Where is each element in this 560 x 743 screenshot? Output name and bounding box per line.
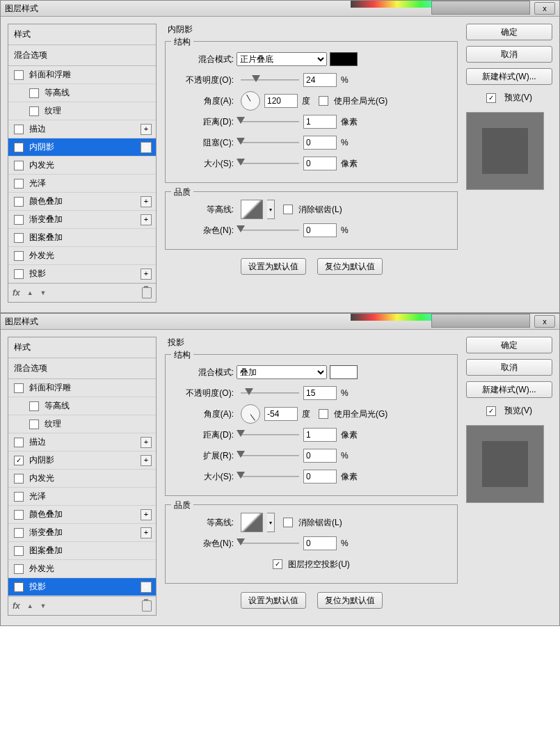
style-item[interactable]: 等高线 — [8, 84, 156, 102]
style-item[interactable]: 纹理 — [8, 415, 156, 433]
distance-slider[interactable] — [241, 430, 299, 440]
add-effect-icon[interactable]: + — [141, 196, 152, 207]
style-checkbox[interactable] — [14, 510, 24, 520]
styles-header[interactable]: 样式 — [8, 24, 156, 45]
style-checkbox[interactable] — [14, 456, 24, 465]
knockout-checkbox[interactable] — [273, 559, 282, 569]
style-item[interactable]: 描边+ — [8, 120, 156, 138]
titlebar[interactable]: 图层样式x — [1, 1, 559, 17]
angle-input[interactable] — [264, 407, 298, 421]
blending-options-header[interactable]: 混合选项 — [8, 358, 156, 379]
style-item[interactable]: 渐变叠加+ — [8, 211, 156, 229]
style-item[interactable]: 纹理 — [8, 102, 156, 120]
opacity-slider[interactable] — [241, 388, 299, 398]
trash-icon[interactable] — [142, 287, 152, 298]
style-checkbox[interactable] — [14, 492, 24, 502]
style-item[interactable]: 斜面和浮雕 — [8, 379, 156, 397]
style-checkbox[interactable] — [14, 233, 24, 243]
style-checkbox[interactable] — [14, 125, 24, 134]
style-item[interactable]: 光泽 — [8, 488, 156, 506]
style-checkbox[interactable] — [14, 564, 24, 574]
distance-slider[interactable] — [241, 117, 299, 127]
preview-checkbox[interactable] — [486, 93, 496, 103]
add-effect-icon[interactable]: + — [141, 124, 152, 135]
contour-picker[interactable] — [241, 513, 263, 532]
noise-input[interactable] — [303, 223, 337, 237]
cancel-button[interactable]: 取消 — [466, 359, 552, 376]
style-checkbox[interactable] — [14, 197, 24, 207]
add-effect-icon[interactable]: + — [141, 214, 152, 225]
style-checkbox[interactable] — [14, 528, 24, 538]
new-style-button[interactable]: 新建样式(W)... — [466, 381, 552, 398]
angle-dial[interactable] — [241, 404, 260, 424]
style-checkbox[interactable] — [29, 420, 39, 429]
cancel-button[interactable]: 取消 — [466, 46, 552, 63]
fx-menu-icon[interactable]: fx — [13, 601, 20, 611]
angle-dial[interactable] — [241, 91, 260, 111]
set-default-button[interactable]: 设置为默认值 — [241, 592, 306, 609]
add-effect-icon[interactable]: + — [141, 509, 152, 520]
blend-mode-select[interactable]: 正片叠底 — [237, 52, 327, 66]
style-checkbox[interactable] — [14, 251, 24, 261]
ok-button[interactable]: 确定 — [466, 337, 552, 353]
move-up-icon[interactable]: ▲ — [27, 289, 33, 296]
set-default-button[interactable]: 设置为默认值 — [241, 258, 306, 275]
style-checkbox[interactable] — [14, 179, 24, 189]
style-checkbox[interactable] — [14, 161, 24, 170]
style-checkbox[interactable] — [14, 582, 24, 592]
blend-mode-select[interactable]: 叠加 — [237, 365, 327, 379]
choke-slider[interactable] — [241, 138, 299, 147]
style-item[interactable]: 渐变叠加+ — [8, 524, 156, 542]
size-input[interactable] — [303, 157, 337, 170]
distance-input[interactable] — [303, 115, 337, 129]
style-checkbox[interactable] — [14, 546, 24, 556]
add-effect-icon[interactable]: + — [141, 437, 152, 448]
size-slider[interactable] — [241, 472, 299, 481]
antialias-checkbox[interactable] — [283, 205, 293, 214]
add-effect-icon[interactable]: + — [141, 582, 152, 593]
reset-default-button[interactable]: 复位为默认值 — [317, 258, 383, 275]
move-down-icon[interactable]: ▼ — [40, 289, 47, 296]
new-style-button[interactable]: 新建样式(W)... — [466, 68, 552, 85]
style-checkbox[interactable] — [14, 70, 24, 80]
style-item[interactable]: 颜色叠加+ — [8, 193, 156, 211]
color-swatch[interactable] — [330, 52, 358, 66]
style-checkbox[interactable] — [14, 383, 24, 393]
style-item[interactable]: 图案叠加 — [8, 229, 156, 247]
contour-picker[interactable] — [241, 200, 263, 219]
style-checkbox[interactable] — [29, 88, 39, 98]
size-slider[interactable] — [241, 159, 299, 168]
angle-input[interactable] — [264, 94, 298, 108]
opacity-input[interactable] — [303, 386, 337, 400]
noise-input[interactable] — [303, 536, 337, 550]
style-item[interactable]: 内阴影+ — [8, 452, 156, 470]
style-item[interactable]: 斜面和浮雕 — [8, 66, 156, 84]
move-down-icon[interactable]: ▼ — [40, 602, 47, 609]
noise-slider[interactable] — [241, 225, 299, 235]
contour-dropdown-icon[interactable]: ▾ — [267, 200, 275, 219]
antialias-checkbox[interactable] — [283, 518, 293, 527]
add-effect-icon[interactable]: + — [141, 527, 152, 538]
add-effect-icon[interactable]: + — [141, 142, 152, 153]
style-item[interactable]: 描边+ — [8, 433, 156, 452]
choke-input[interactable] — [303, 136, 337, 150]
style-checkbox[interactable] — [14, 143, 24, 152]
style-item[interactable]: 图案叠加 — [8, 542, 156, 560]
styles-header[interactable]: 样式 — [8, 337, 156, 358]
style-checkbox[interactable] — [14, 215, 24, 225]
move-up-icon[interactable]: ▲ — [27, 602, 33, 609]
ok-button[interactable]: 确定 — [466, 24, 552, 40]
style-checkbox[interactable] — [14, 269, 24, 279]
style-item[interactable]: 颜色叠加+ — [8, 506, 156, 524]
trash-icon[interactable] — [142, 600, 152, 612]
size-input[interactable] — [303, 470, 337, 484]
style-item[interactable]: 外发光 — [8, 560, 156, 578]
close-icon[interactable]: x — [534, 2, 555, 15]
style-item[interactable]: 投影+ — [8, 578, 156, 596]
style-item[interactable]: 光泽 — [8, 175, 156, 193]
style-item[interactable]: 内阴影+ — [8, 138, 156, 157]
choke-input[interactable] — [303, 449, 337, 463]
style-item[interactable]: 等高线 — [8, 397, 156, 415]
add-effect-icon[interactable]: + — [141, 455, 152, 466]
add-effect-icon[interactable]: + — [141, 269, 152, 280]
